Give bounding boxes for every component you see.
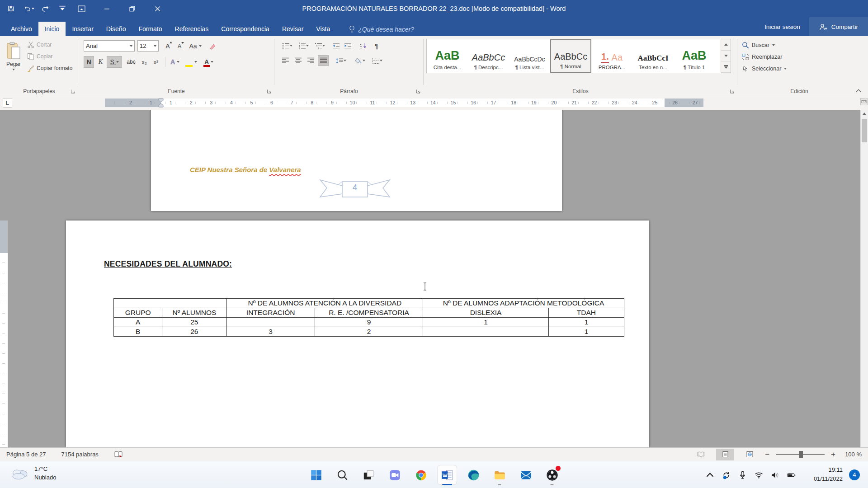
- zoom-level[interactable]: 100 %: [842, 451, 862, 458]
- footer-school-text[interactable]: CEIP Nuestra Señora de Valvanera: [190, 166, 301, 174]
- page-indicator[interactable]: Página 5 de 27: [6, 451, 46, 458]
- chevron-up-icon[interactable]: [706, 471, 714, 479]
- clipboard-dialog-launcher[interactable]: [71, 89, 75, 94]
- undo-dropdown-caret[interactable]: [32, 8, 34, 9]
- minimize-button[interactable]: [94, 0, 119, 17]
- restore-button[interactable]: [119, 0, 145, 17]
- customize-qat-button[interactable]: [59, 5, 69, 13]
- underline-button[interactable]: S: [107, 56, 122, 68]
- style-normal[interactable]: AaBbCc¶ Normal: [550, 39, 591, 73]
- superscript-button[interactable]: x²: [151, 56, 161, 68]
- style-programacion[interactable]: 1.AaPROGRA...: [591, 39, 632, 73]
- save-button[interactable]: [7, 5, 17, 13]
- horizontal-ruler[interactable]: 2112345678910111213141516171819202122232…: [105, 99, 703, 107]
- scrollbar-thumb[interactable]: [862, 119, 867, 142]
- share-button[interactable]: Compartir: [809, 17, 868, 36]
- paragraph-dialog-launcher[interactable]: [416, 89, 421, 94]
- line-spacing-button[interactable]: [333, 55, 349, 66]
- taskbar-start-button[interactable]: [307, 465, 326, 484]
- font-size-select[interactable]: 12: [137, 40, 159, 52]
- table-cell[interactable]: 3: [226, 327, 315, 337]
- table-cell[interactable]: 26: [162, 327, 226, 337]
- italic-button[interactable]: K: [96, 56, 105, 68]
- table-column-header[interactable]: Nº ALUMNOS: [162, 308, 226, 318]
- font-color-button[interactable]: A: [201, 56, 217, 68]
- tab-referencias[interactable]: Referencias: [169, 22, 215, 36]
- redo-button[interactable]: [42, 5, 52, 13]
- page-number-banner[interactable]: 4: [316, 177, 393, 200]
- show-marks-button[interactable]: ¶: [371, 40, 382, 51]
- taskbar-mail-button[interactable]: [516, 465, 535, 484]
- table-cell[interactable]: [226, 318, 315, 327]
- taskbar-search-button[interactable]: [333, 465, 352, 484]
- tab-inicio[interactable]: Inicio: [38, 22, 66, 36]
- format-painter-button[interactable]: Copiar formato: [27, 63, 72, 73]
- table-cell[interactable]: 9: [315, 318, 423, 327]
- align-right-button[interactable]: [305, 55, 316, 66]
- zoom-slider-thumb[interactable]: [799, 451, 803, 458]
- taskbar-explorer-button[interactable]: [490, 465, 509, 484]
- style-lista-vistosa[interactable]: AaBbCcDc¶ Lista vist...: [509, 39, 550, 73]
- document-area[interactable]: CEIP Nuestra Señora de Valvanera 4 NECES…: [0, 110, 868, 447]
- shading-button[interactable]: [352, 55, 368, 66]
- print-layout-button[interactable]: [716, 449, 734, 460]
- shrink-font-button[interactable]: A: [174, 40, 185, 52]
- sort-button[interactable]: [357, 40, 369, 51]
- table-column-header[interactable]: GRUPO: [114, 308, 162, 318]
- section-heading[interactable]: NECESIDADES DEL ALUMNADO:: [104, 259, 232, 269]
- style-texto-en-negrita[interactable]: AaBbCcITexto en n...: [632, 39, 674, 73]
- taskbar-clock[interactable]: 19:11 01/11/2022: [814, 465, 843, 483]
- table-cell[interactable]: B: [114, 327, 162, 337]
- style-titulo-1[interactable]: AaB¶ Título 1: [674, 39, 715, 73]
- table-cell[interactable]: 1: [548, 318, 624, 327]
- text-effects-button[interactable]: A: [168, 56, 182, 68]
- taskbar-task-view-button[interactable]: [359, 465, 378, 484]
- taskbar-obs-button[interactable]: [542, 465, 561, 484]
- highlight-button[interactable]: [184, 56, 199, 68]
- tab-insertar[interactable]: Insertar: [66, 22, 99, 36]
- numbering-button[interactable]: [296, 40, 311, 51]
- change-case-button[interactable]: Aa: [188, 40, 203, 52]
- zoom-out-button[interactable]: −: [765, 450, 769, 458]
- align-center-button[interactable]: [292, 55, 303, 66]
- indent-marker[interactable]: [158, 98, 164, 108]
- copy-button[interactable]: Copiar: [27, 52, 52, 61]
- table-cell[interactable]: A: [114, 318, 162, 327]
- grow-font-button[interactable]: A: [162, 40, 173, 52]
- volume-icon[interactable]: [771, 471, 779, 479]
- select-button[interactable]: Seleccionar: [742, 63, 787, 74]
- zoom-slider[interactable]: [776, 454, 825, 455]
- table-column-header[interactable]: INTEGRACIÓN: [226, 308, 315, 318]
- vertical-ruler[interactable]: [0, 110, 8, 447]
- page-5[interactable]: NECESIDADES DEL ALUMNADO: Nº DE ALUMNOS …: [66, 221, 649, 447]
- collapse-ribbon-button[interactable]: [855, 89, 862, 93]
- borders-button[interactable]: [369, 55, 385, 66]
- tab-revisar[interactable]: Revisar: [276, 22, 310, 36]
- undo-button[interactable]: [24, 5, 34, 13]
- tab-stop-selector[interactable]: L: [3, 98, 12, 108]
- proofing-errors-icon[interactable]: [114, 451, 123, 458]
- decrease-indent-button[interactable]: [330, 40, 341, 51]
- table-cell[interactable]: 1: [423, 318, 549, 327]
- cut-button[interactable]: Cortar: [27, 40, 52, 50]
- style-descripcion[interactable]: AaBbCc¶ Descripc...: [468, 39, 509, 73]
- close-button[interactable]: [145, 0, 170, 17]
- sign-in-link[interactable]: Iniciar sesión: [755, 23, 809, 30]
- taskbar-teams-button[interactable]: [385, 465, 404, 484]
- styles-dialog-launcher[interactable]: [730, 89, 735, 94]
- tab-vista[interactable]: Vista: [310, 22, 336, 36]
- table-column-header[interactable]: DISLEXIA: [423, 308, 549, 318]
- table-span-metodologica[interactable]: Nº DE ALUMNOS ADAPTACIÓN METODOLÓGICA: [423, 299, 624, 308]
- zoom-in-button[interactable]: +: [831, 450, 835, 458]
- font-family-select[interactable]: Arial: [84, 40, 135, 52]
- scroll-up-arrow[interactable]: [863, 113, 866, 115]
- tab-diseno[interactable]: Diseño: [100, 22, 132, 36]
- page-4[interactable]: CEIP Nuestra Señora de Valvanera 4: [151, 110, 562, 211]
- web-layout-button[interactable]: [741, 449, 759, 460]
- style-cita-destacada[interactable]: AaBCita desta...: [427, 39, 468, 73]
- style-scroll-up-button[interactable]: [721, 39, 731, 51]
- clear-formatting-button[interactable]: [206, 40, 217, 52]
- wifi-icon[interactable]: [755, 471, 763, 479]
- tab-archivo[interactable]: Archivo: [5, 22, 38, 36]
- table-cell[interactable]: 2: [315, 327, 423, 337]
